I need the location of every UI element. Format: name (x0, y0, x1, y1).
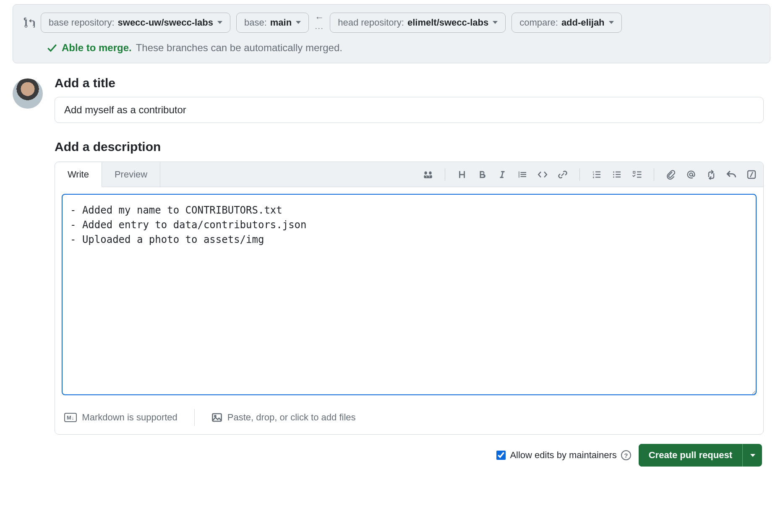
title-heading: Add a title (55, 76, 764, 90)
separator (194, 409, 195, 426)
chevron-down-icon (493, 21, 498, 24)
svg-point-1 (613, 174, 614, 175)
tab-preview[interactable]: Preview (102, 162, 160, 187)
svg-point-6 (214, 415, 216, 417)
pr-title-input[interactable] (55, 97, 764, 123)
ordered-list-icon[interactable] (591, 169, 603, 180)
task-list-icon[interactable] (631, 169, 643, 180)
copilot-icon[interactable] (422, 169, 434, 180)
merge-status: Able to merge. These branches can be aut… (47, 42, 760, 54)
code-icon[interactable] (537, 169, 548, 180)
merge-status-detail: These branches can be automatically merg… (136, 42, 342, 54)
link-icon[interactable] (557, 169, 569, 180)
slash-commands-icon[interactable] (746, 169, 757, 180)
help-icon[interactable]: ? (621, 450, 631, 460)
markdown-icon: M↓ (64, 413, 77, 422)
base-branch-value: main (270, 17, 292, 28)
compare-branch-value: add-elijah (561, 17, 605, 28)
svg-rect-5 (212, 414, 221, 421)
chevron-down-icon (217, 21, 222, 24)
separator (654, 168, 654, 181)
mention-icon[interactable] (685, 169, 697, 180)
avatar (13, 78, 43, 109)
base-repo-value: swecc-uw/swecc-labs (118, 17, 213, 28)
head-repo-value: elimelt/swecc-labs (407, 17, 488, 28)
chevron-down-icon (750, 454, 755, 457)
attach-files-label: Paste, drop, or click to add files (227, 412, 356, 423)
image-icon (211, 412, 222, 423)
svg-point-2 (613, 176, 614, 177)
cross-reference-icon[interactable] (705, 169, 717, 180)
base-repo-picker[interactable]: base repository: swecc-uw/swecc-labs (41, 13, 230, 33)
separator (445, 168, 445, 181)
allow-edits-option[interactable]: Allow edits by maintainers ? (496, 450, 631, 461)
head-repo-picker[interactable]: head repository: elimelt/swecc-labs (330, 13, 506, 33)
head-repo-label: head repository: (338, 17, 404, 28)
attach-icon[interactable] (665, 169, 677, 180)
merge-status-title: Able to merge. (62, 42, 132, 54)
base-repo-label: base repository: (49, 17, 115, 28)
bold-icon[interactable] (476, 169, 488, 180)
create-pr-dropdown[interactable] (742, 444, 762, 467)
chevron-down-icon (609, 21, 614, 24)
separator (579, 168, 580, 181)
reply-icon[interactable] (726, 169, 737, 180)
tab-write[interactable]: Write (55, 162, 102, 187)
description-heading: Add a description (55, 140, 764, 154)
base-branch-picker[interactable]: base: main (236, 13, 309, 33)
pr-description-textarea[interactable] (62, 194, 757, 395)
create-pr-button-group: Create pull request (639, 444, 762, 467)
allow-edits-checkbox[interactable] (496, 451, 506, 460)
chevron-down-icon (296, 21, 301, 24)
git-compare-icon (23, 17, 35, 29)
base-branch-label: base: (244, 17, 267, 28)
unordered-list-icon[interactable] (611, 169, 623, 180)
markdown-supported-link[interactable]: M↓ Markdown is supported (64, 412, 177, 423)
compare-branch-label: compare: (519, 17, 558, 28)
compare-branches-panel: base repository: swecc-uw/swecc-labs bas… (13, 4, 770, 63)
compare-branch-picker[interactable]: compare: add-elijah (512, 13, 621, 33)
quote-icon[interactable] (517, 169, 528, 180)
svg-point-0 (613, 171, 614, 172)
formatting-toolbar (422, 168, 757, 181)
attach-files-link[interactable]: Paste, drop, or click to add files (211, 412, 356, 423)
heading-icon[interactable] (456, 169, 468, 180)
markdown-supported-label: Markdown is supported (82, 412, 177, 423)
comment-box: Write Preview (55, 162, 764, 435)
compare-direction-icon: ← ··· (315, 12, 324, 33)
check-icon (47, 42, 57, 53)
italic-icon[interactable] (496, 169, 508, 180)
create-pr-button[interactable]: Create pull request (639, 444, 742, 467)
allow-edits-label: Allow edits by maintainers (510, 450, 616, 461)
